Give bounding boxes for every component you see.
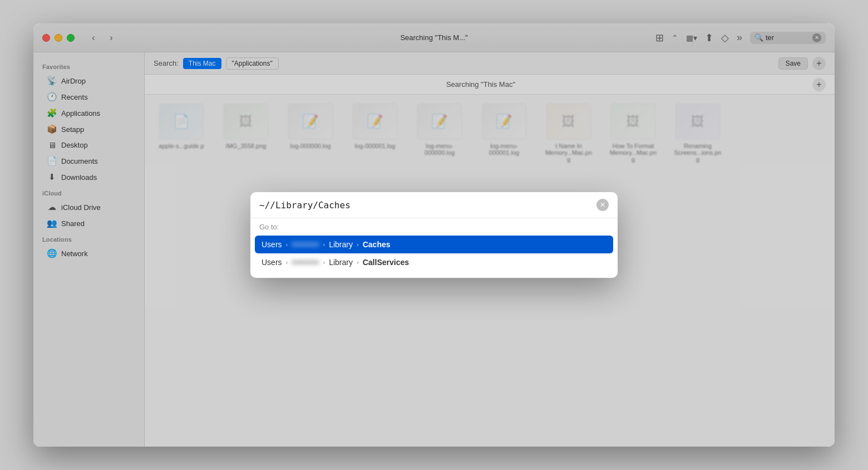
chevron-icon: › — [284, 259, 290, 266]
goto-dialog: ✕ Go to: Users › •••••••••• › Library › … — [250, 192, 618, 278]
path-segment-username: •••••••••• — [292, 240, 319, 249]
goto-input[interactable] — [259, 200, 592, 210]
goto-suggestion-caches[interactable]: Users › •••••••••• › Library › Caches — [255, 236, 613, 253]
chevron-icon: › — [355, 241, 361, 248]
chevron-icon: › — [284, 241, 290, 248]
path-segment-library: Library — [329, 258, 353, 267]
path-segment-library: Library — [329, 240, 353, 249]
goto-suggestions: Users › •••••••••• › Library › Caches Us… — [250, 233, 618, 278]
goto-clear-button[interactable]: ✕ — [596, 199, 609, 211]
goto-go-to-label: Go to: — [250, 218, 618, 233]
path-segment-callservices: CallServices — [363, 258, 409, 267]
goto-input-row: ✕ — [250, 192, 618, 218]
finder-window: ‹ › Searching "This M..." ⊞ ⌃ ▦▾ ⬆ ◇ » 🔍… — [33, 23, 835, 447]
chevron-icon: › — [355, 259, 361, 266]
chevron-icon: › — [321, 241, 327, 248]
overlay-backdrop: ✕ Go to: Users › •••••••••• › Library › … — [33, 23, 835, 447]
chevron-icon: › — [321, 259, 327, 266]
path-segment-users: Users — [262, 258, 282, 267]
path-segment-caches: Caches — [363, 240, 391, 249]
path-segment-users: Users — [262, 240, 282, 249]
goto-suggestion-callservices[interactable]: Users › •••••••••• › Library › CallServi… — [255, 253, 613, 271]
path-segment-username: •••••••••• — [292, 258, 319, 267]
